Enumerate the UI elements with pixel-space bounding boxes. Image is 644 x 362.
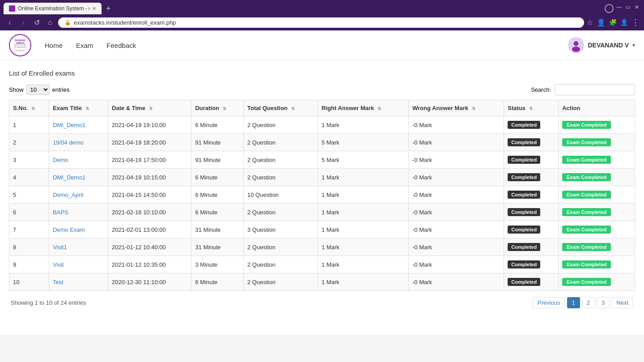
menu-icon[interactable]: ⋮ — [631, 17, 640, 27]
exam-title-link[interactable]: DMI_Demo1 — [53, 122, 85, 128]
table-row: 4 DMI_Demo1 2021-04-19 10:15:00 6 Minute… — [9, 169, 635, 186]
cell-action: Exam Completed — [558, 238, 635, 256]
cell-total-question: 2 Question — [244, 151, 318, 169]
cell-right-mark: 1 Mark — [318, 204, 409, 221]
cell-total-question: 2 Question — [244, 134, 318, 151]
action-badge[interactable]: Exam Completed — [562, 173, 611, 181]
cell-sno: 9 — [9, 256, 49, 273]
cell-duration: 31 Minute — [191, 221, 244, 238]
exam-title-link[interactable]: Test — [53, 279, 64, 285]
entries-select[interactable]: 10 25 50 100 — [26, 85, 50, 95]
table-container: S.No. ⇅ Exam Title ⇅ Date & Time ⇅ Durat… — [9, 100, 635, 291]
nav-home[interactable]: Home — [45, 42, 63, 49]
exam-title-link[interactable]: DMI_Demo1 — [53, 174, 85, 181]
cell-status: Completed — [504, 116, 559, 134]
sort-datetime-icon: ⇅ — [149, 106, 153, 111]
cell-status: Completed — [504, 238, 559, 256]
action-badge[interactable]: Exam Completed — [562, 278, 611, 286]
user-area: DEVANAND V ▾ — [568, 37, 635, 53]
action-badge[interactable]: Exam Completed — [562, 156, 611, 164]
col-title[interactable]: Exam Title ⇅ — [49, 100, 108, 116]
exam-title-link[interactable]: Demo — [53, 157, 68, 163]
user-name: DEVANAND V — [588, 42, 629, 49]
action-badge[interactable]: Exam Completed — [562, 138, 611, 146]
exam-title-link[interactable]: Visit — [53, 261, 64, 268]
logo-area: BANNARI AMMAN INSTITUTE OF TECHNOLOGY St… — [9, 34, 31, 56]
sort-totalq-icon: ⇅ — [291, 106, 295, 111]
page-3-button[interactable]: 3 — [597, 297, 610, 308]
action-badge[interactable]: Exam Completed — [562, 208, 611, 216]
table-footer: Showing 1 to 10 of 24 entries Previous 1… — [9, 297, 635, 308]
cell-status: Completed — [504, 134, 559, 151]
url-text: examstacks.in/student/enroll_exam.php — [74, 19, 176, 26]
exam-title-link[interactable]: BAPS — [53, 209, 68, 216]
table-row: 3 Demo 2021-04-19 17:50:00 91 Minute 2 Q… — [9, 151, 635, 169]
previous-page-button[interactable]: Previous — [533, 297, 565, 308]
tab-title: Online Examination System - da... — [18, 5, 89, 12]
extension1-icon[interactable]: 🧩 — [609, 19, 617, 26]
cell-right-mark: 1 Mark — [318, 169, 409, 186]
col-datetime[interactable]: Date & Time ⇅ — [108, 100, 191, 116]
col-sno[interactable]: S.No. ⇅ — [9, 100, 49, 116]
col-wrong-mark[interactable]: Wrong Answer Mark ⇅ — [408, 100, 504, 116]
svg-point-1 — [574, 41, 579, 46]
page-2-button[interactable]: 2 — [582, 297, 595, 308]
cell-duration: 31 Minute — [191, 238, 244, 256]
entries-label: entries — [52, 86, 70, 93]
cell-action: Exam Completed — [558, 221, 635, 238]
cell-datetime: 2021-01-12 10:40:00 — [108, 238, 191, 256]
cell-duration: 6 Minute — [191, 186, 244, 204]
bookmark-icon[interactable]: ☆ — [587, 18, 593, 27]
cell-datetime: 2021-04-15 14:50:00 — [108, 186, 191, 204]
cell-title: Visit1 — [49, 238, 108, 256]
action-badge[interactable]: Exam Completed — [562, 121, 611, 129]
page-1-button[interactable]: 1 — [567, 297, 580, 308]
status-badge: Completed — [508, 208, 540, 216]
cell-right-mark: 5 Mark — [318, 151, 409, 169]
maximize-button[interactable]: ▭ — [624, 4, 631, 11]
sort-sno-icon: ⇅ — [31, 106, 35, 111]
next-page-button[interactable]: Next — [611, 297, 633, 308]
action-badge[interactable]: Exam Completed — [562, 226, 611, 234]
cell-duration: 91 Minute — [191, 134, 244, 151]
cell-sno: 2 — [9, 134, 49, 151]
col-duration[interactable]: Duration ⇅ — [191, 100, 244, 116]
close-button[interactable]: ✕ — [633, 4, 640, 11]
cell-datetime: 2021-04-19 10:15:00 — [108, 169, 191, 186]
circle-icon — [605, 4, 614, 13]
top-navigation: BANNARI AMMAN INSTITUTE OF TECHNOLOGY St… — [0, 30, 644, 60]
exam-title-link[interactable]: Demo_April — [53, 192, 83, 198]
forward-button[interactable]: › — [18, 17, 29, 28]
home-button[interactable]: ⌂ — [45, 17, 55, 28]
cell-datetime: 2021-04-19 17:50:00 — [108, 151, 191, 169]
profile-icon[interactable]: 👤 — [597, 18, 606, 27]
cell-datetime: 2020-12-30 11:10:00 — [108, 273, 191, 291]
browser-tab[interactable]: Online Examination System - da... ✕ — [4, 3, 102, 14]
extension2-icon[interactable]: 👤 — [620, 19, 628, 26]
action-badge[interactable]: Exam Completed — [562, 260, 611, 268]
cell-duration: 6 Minute — [191, 169, 244, 186]
address-bar[interactable]: 🔒 examstacks.in/student/enroll_exam.php — [58, 17, 584, 28]
action-badge[interactable]: Exam Completed — [562, 191, 611, 199]
search-input[interactable] — [555, 84, 635, 95]
cell-title: Demo — [49, 151, 108, 169]
col-status[interactable]: Status ⇅ — [504, 100, 559, 116]
refresh-button[interactable]: ↺ — [31, 17, 42, 28]
new-tab-button[interactable]: + — [103, 4, 114, 13]
nav-feedback[interactable]: Feedback — [106, 42, 136, 49]
col-right-mark[interactable]: Right Answer Mark ⇅ — [318, 100, 409, 116]
close-tab-icon[interactable]: ✕ — [92, 6, 96, 12]
exam-title-link[interactable]: Visit1 — [53, 244, 67, 251]
cell-duration: 3 Minute — [191, 256, 244, 273]
cell-datetime: 2021-02-01 13:00:00 — [108, 221, 191, 238]
exam-title-link[interactable]: 19/04 demo — [53, 139, 84, 146]
cell-sno: 7 — [9, 221, 49, 238]
exam-title-link[interactable]: Demo Exam — [53, 226, 85, 233]
col-total-question[interactable]: Total Question ⇅ — [244, 100, 318, 116]
dropdown-arrow-icon[interactable]: ▾ — [632, 42, 635, 48]
nav-exam[interactable]: Exam — [76, 42, 93, 49]
status-badge: Completed — [508, 191, 540, 199]
minimize-button[interactable]: — — [615, 4, 623, 11]
action-badge[interactable]: Exam Completed — [562, 243, 611, 251]
back-button[interactable]: ‹ — [4, 17, 15, 28]
